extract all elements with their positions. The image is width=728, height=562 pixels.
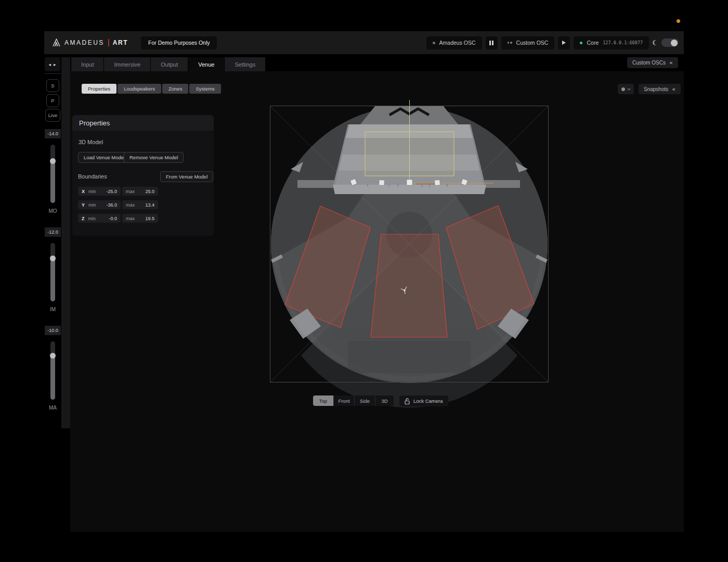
fader-value-ma[interactable]: -10.0 [45, 326, 61, 335]
theme-toggle[interactable] [661, 39, 679, 47]
collapsed-panel-strip[interactable] [61, 57, 70, 428]
tab-venue[interactable]: Venue [188, 57, 224, 71]
amadeus-logo-icon [52, 39, 61, 47]
min-label: min [88, 189, 96, 194]
core-status-pill[interactable]: Core 127.0.0.1:60877 [574, 36, 649, 49]
boundary-z-max-field[interactable]: max 19.5 [122, 214, 158, 223]
open-padlock-icon [405, 398, 410, 404]
fader-fill [50, 161, 55, 203]
topbar-right-group: Amadeus OSC Custom OSC Core 127.0.0.1:60… [426, 36, 679, 49]
loudspeaker[interactable] [379, 180, 385, 186]
play-button[interactable] [558, 36, 570, 49]
custom-oscs-label: Custom OSCs [632, 60, 666, 66]
fader-mo[interactable] [50, 145, 55, 203]
max-label: max [126, 216, 135, 221]
sidebar-collapse-button[interactable]: ◂ ▸ [45, 57, 60, 71]
custom-osc-status-icon [508, 42, 512, 44]
load-venue-model-button[interactable]: Load Venue Model [78, 152, 131, 163]
custom-oscs-button[interactable]: Custom OSCs « [627, 57, 678, 68]
properties-panel-header: Properties [72, 115, 214, 131]
min-label: min [88, 216, 96, 221]
notification-dot [677, 19, 680, 23]
pause-icon [489, 41, 493, 45]
dark-mode-icon [653, 40, 658, 45]
chevron-down-icon [627, 88, 631, 91]
loudspeaker[interactable] [435, 180, 440, 186]
tab-input[interactable]: Input [71, 57, 103, 71]
snapshots-button[interactable]: Snapshots « [639, 84, 681, 94]
boundary-z-min-field[interactable]: Z min -0.0 [78, 214, 121, 223]
brand-name: AMADEUS [64, 39, 105, 46]
fader-im[interactable] [50, 243, 55, 301]
boundary-x-max-field[interactable]: max 25.0 [122, 187, 158, 196]
venue-3d-viewport[interactable] [270, 106, 549, 382]
brand-logo: AMADEUS ART [52, 39, 128, 47]
view-side-button[interactable]: Side [355, 395, 375, 406]
view-options-dropdown[interactable] [618, 84, 634, 94]
camera-view-switcher: Top Front Side 3D [313, 395, 394, 406]
min-label: min [88, 202, 96, 208]
core-status-icon [580, 42, 582, 44]
subtab-zones[interactable]: Zones [162, 84, 188, 94]
properties-panel-title: Properties [79, 119, 110, 127]
max-value[interactable]: 13.4 [145, 202, 154, 208]
min-value[interactable]: -36.0 [106, 202, 117, 208]
subtab-systems[interactable]: Systems [189, 84, 220, 94]
amadeus-osc-status-icon [433, 42, 435, 44]
loudspeaker[interactable] [407, 180, 412, 185]
pfl-button[interactable]: P [46, 94, 59, 107]
lock-camera-button[interactable]: Lock Camera [399, 395, 448, 406]
fader-ma[interactable] [50, 341, 55, 400]
fader-knob[interactable] [50, 353, 56, 359]
axis-letter: Z [82, 216, 85, 221]
view-front-button[interactable]: Front [334, 395, 355, 406]
venue-subtabs: Properties Loudspeakers Zones Systems [82, 84, 221, 94]
theme-toggle-knob [671, 40, 678, 46]
solo-button[interactable]: S [46, 79, 59, 92]
custom-osc-button[interactable]: Custom OSC [501, 36, 555, 49]
main-tabs: Input Immersive Output Venue Settings [71, 57, 266, 71]
max-value[interactable]: 19.5 [145, 216, 154, 221]
core-address: 127.0.0.1:60877 [603, 40, 643, 45]
min-value[interactable]: -0.0 [109, 216, 117, 221]
fader-label-mo: MO [45, 208, 61, 214]
min-value[interactable]: -25.0 [106, 189, 117, 194]
max-label: max [126, 189, 135, 194]
brand-divider [108, 39, 109, 46]
top-bar: AMADEUS ART For Demo Purposes Only Amade… [44, 31, 684, 54]
brand-product: ART [113, 39, 128, 46]
tab-immersive[interactable]: Immersive [104, 57, 150, 71]
fader-value-mo[interactable]: -14.0 [45, 129, 61, 138]
fader-value-im[interactable]: -12.0 [45, 227, 61, 237]
lock-camera-label: Lock Camera [413, 398, 443, 404]
view-3d-button[interactable]: 3D [375, 395, 394, 406]
boundary-row-y: Y min -36.0 max 13.4 [78, 200, 158, 209]
remove-venue-model-button[interactable]: Remove Venue Model [124, 152, 184, 163]
play-icon [562, 41, 566, 45]
speaker-orb-icon [621, 87, 625, 91]
model-section-label: 3D Model [79, 139, 103, 145]
axis-letter: X [82, 189, 85, 194]
tab-settings[interactable]: Settings [225, 57, 265, 71]
subtab-properties[interactable]: Properties [82, 84, 116, 94]
rail-divider [44, 73, 61, 74]
tab-output[interactable]: Output [151, 57, 188, 71]
boundary-row-x: X min -25.0 max 25.0 [78, 187, 158, 196]
boundary-x-min-field[interactable]: X min -25.0 [78, 187, 121, 196]
boundaries-section-label: Boundaries [78, 173, 107, 180]
axis-letter: Y [82, 202, 85, 208]
amadeus-osc-button[interactable]: Amadeus OSC [426, 36, 482, 49]
zone-center[interactable] [371, 234, 447, 337]
boundary-y-max-field[interactable]: max 13.4 [122, 200, 158, 209]
subtab-loudspeakers[interactable]: Loudspeakers [118, 84, 161, 94]
screen: AMADEUS ART For Demo Purposes Only Amade… [0, 0, 728, 562]
demo-badge: For Demo Purposes Only [141, 36, 217, 49]
double-chevron-left-icon: « [672, 86, 675, 93]
boundary-y-min-field[interactable]: Y min -36.0 [78, 200, 121, 209]
max-value[interactable]: 25.0 [145, 189, 154, 194]
from-venue-model-button[interactable]: From Venue Model [160, 171, 213, 182]
pause-button[interactable] [486, 36, 498, 49]
double-chevron-left-icon: « [669, 59, 673, 66]
live-button[interactable]: Live [45, 109, 60, 122]
view-top-button[interactable]: Top [313, 395, 334, 406]
